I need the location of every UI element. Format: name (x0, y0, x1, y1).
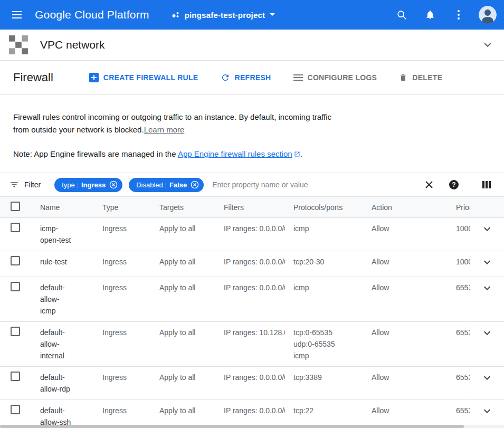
learn-more-link[interactable]: Learn more (144, 125, 185, 134)
page-title: Firewall (13, 71, 53, 84)
chevron-down-icon (481, 223, 493, 235)
row-checkbox[interactable] (11, 256, 20, 265)
menu-icon[interactable] (6, 4, 27, 25)
rule-protocols: tcp:22 (285, 400, 363, 428)
refresh-button[interactable]: REFRESH (221, 73, 271, 82)
row-checkbox[interactable] (11, 327, 20, 336)
col-header-filters: Filters (215, 197, 285, 218)
row-checkbox[interactable] (11, 223, 20, 232)
firewall-rule-name[interactable]: default-allow-icmp (40, 282, 75, 317)
rule-protocols: tcp:0-65535 udp:0-65535 icmp (285, 322, 363, 367)
row-expand-button[interactable] (470, 251, 504, 277)
rule-protocols: tcp:20-30 (285, 251, 363, 277)
rule-targets: Apply to all (151, 251, 215, 277)
add-icon (89, 73, 99, 82)
row-checkbox-cell[interactable] (0, 400, 32, 428)
chip-value: Ingress (81, 181, 106, 189)
hamburger-icon (12, 9, 22, 20)
refresh-icon (221, 73, 230, 82)
rule-filters: IP ranges: 0.0.0.0/0 (215, 218, 285, 251)
table-row[interactable]: rule-test Ingress Apply to all IP ranges… (0, 251, 504, 277)
rule-type: Ingress (94, 367, 151, 400)
search-button[interactable] (391, 4, 412, 25)
col-header-protocols: Protocols/ports (285, 197, 363, 218)
rule-action: Allow (363, 367, 448, 400)
col-header-type: Type (94, 197, 151, 218)
vertical-dots-icon (457, 9, 460, 20)
scrollbar-thumb[interactable] (0, 425, 464, 428)
select-all-checkbox[interactable] (11, 202, 20, 211)
table-row[interactable]: default-allow-ssh Ingress Apply to all I… (0, 400, 504, 428)
refresh-label: REFRESH (235, 73, 271, 82)
caret-down-icon (270, 13, 275, 16)
chevron-down-icon (481, 372, 493, 384)
rule-priority: 65534 (448, 322, 470, 367)
row-expand-button[interactable] (470, 367, 504, 400)
rule-filters: IP ranges: 0.0.0.0/0 (215, 277, 285, 322)
row-checkbox-cell[interactable] (0, 251, 32, 277)
filter-actions: ? (425, 180, 491, 189)
row-expand-button[interactable] (470, 218, 504, 251)
rule-action: Allow (363, 400, 448, 428)
row-expand-button[interactable] (470, 322, 504, 367)
more-options-button[interactable] (448, 4, 469, 25)
col-header-name: Name (32, 197, 94, 218)
note-text: Note: App Engine firewalls are managed i… (13, 149, 178, 158)
row-expand-button[interactable] (470, 400, 504, 428)
rule-targets: Apply to all (151, 322, 215, 367)
filter-input[interactable] (212, 180, 425, 189)
firewall-rules-table: Name Type Targets Filters Protocols/port… (0, 197, 504, 428)
avatar-person-icon (479, 6, 497, 24)
configure-logs-label: CONFIGURE LOGS (308, 73, 377, 82)
table-row[interactable]: default-allow-internal Ingress Apply to … (0, 322, 504, 367)
row-checkbox[interactable] (11, 405, 20, 414)
filter-chip-disabled[interactable]: Disabled : False (129, 178, 204, 192)
account-avatar[interactable] (479, 6, 497, 24)
row-checkbox-cell[interactable] (0, 218, 32, 251)
remove-chip-icon[interactable] (191, 180, 199, 189)
chip-value: False (169, 181, 187, 189)
row-checkbox[interactable] (11, 372, 20, 381)
app-engine-firewall-link[interactable]: App Engine firewall rules section (178, 149, 292, 158)
configure-logs-button[interactable]: CONFIGURE LOGS (293, 73, 377, 82)
horizontal-scrollbar[interactable] (0, 425, 504, 428)
rule-targets: Apply to all (151, 218, 215, 251)
firewall-rule-name[interactable]: default-allow-rdp (40, 372, 75, 395)
collapse-panel-button[interactable] (481, 38, 495, 52)
firewall-rule-name[interactable]: rule-test (40, 256, 75, 268)
rule-protocols: icmp (285, 218, 363, 251)
row-expand-button[interactable] (470, 277, 504, 322)
remove-chip-icon[interactable] (109, 180, 118, 189)
product-title: VPC network (40, 39, 105, 51)
firewall-rule-name[interactable]: icmp-open-test (40, 223, 75, 246)
filter-bar: Filter type : Ingress Disabled : False (0, 173, 504, 197)
notifications-button[interactable] (420, 4, 441, 25)
rule-filters: IP ranges: 10.128.0.0/9 (215, 322, 285, 367)
delete-label: DELETE (412, 73, 442, 82)
row-checkbox-cell[interactable] (0, 322, 32, 367)
intro-section: Firewall rules control incoming or outgo… (0, 95, 504, 161)
table-row[interactable]: default-allow-rdp Ingress Apply to all I… (0, 367, 504, 400)
delete-button[interactable]: DELETE (399, 73, 442, 82)
table-row[interactable]: default-allow-icmp Ingress Apply to all … (0, 277, 504, 322)
search-icon (396, 9, 407, 20)
rule-filters: IP ranges: 0.0.0.0/0 (215, 251, 285, 277)
select-all-cell[interactable] (0, 197, 32, 218)
column-display-options-button[interactable] (482, 180, 491, 189)
filter-icon (9, 180, 19, 189)
create-label: CREATE FIREWALL RULE (103, 73, 198, 82)
filter-toggle[interactable]: Filter (9, 180, 41, 189)
row-checkbox[interactable] (11, 282, 20, 291)
clear-filters-button[interactable] (425, 180, 433, 189)
table-row[interactable]: icmp-open-test Ingress Apply to all IP r… (0, 218, 504, 251)
create-firewall-rule-button[interactable]: CREATE FIREWALL RULE (89, 73, 198, 82)
filter-help-button[interactable]: ? (449, 180, 459, 189)
col-header-action: Action (363, 197, 448, 218)
project-picker[interactable]: pingsafe-test-project (172, 11, 275, 20)
top-app-bar: Google Cloud Platform pingsafe-test-proj… (0, 0, 504, 30)
row-checkbox-cell[interactable] (0, 277, 32, 322)
platform-title[interactable]: Google Cloud Platform (35, 8, 149, 21)
filter-chip-type[interactable]: type : Ingress (54, 178, 122, 192)
row-checkbox-cell[interactable] (0, 367, 32, 400)
firewall-rule-name[interactable]: default-allow-internal (40, 327, 75, 362)
